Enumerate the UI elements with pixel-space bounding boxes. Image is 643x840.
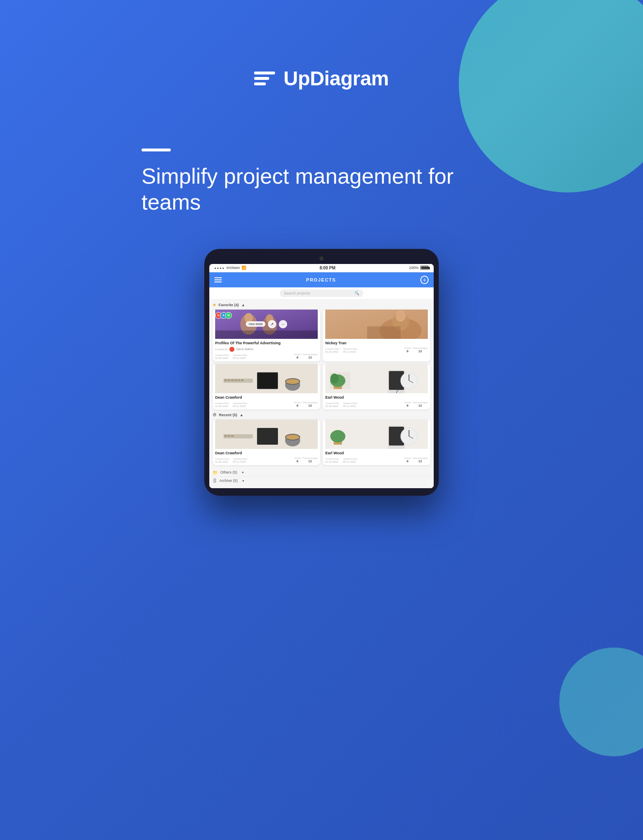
project-card-3[interactable]: Dean Crawford Created Date: 01-01-2019: [213, 364, 320, 410]
section-header-favorite[interactable]: ★ Favorite (4) ▲: [213, 303, 430, 307]
r1-arrival-stat: Arrival 8: [294, 457, 301, 463]
status-bar: ●●●● InVision 📶 8:00 PM 100%: [209, 264, 434, 272]
project-3-stats: Arrival 8 Total packages 12: [294, 401, 318, 407]
project-card-1[interactable]: G A M View detail ↗: [213, 310, 320, 361]
recent-1-stats: Arrival 8 Total packages 12: [294, 457, 318, 463]
total-stat: Total packages 12: [302, 353, 318, 359]
r2-created-date: Created Date: 01-01-2019: [325, 458, 340, 463]
project-card-2-image: [323, 310, 430, 339]
share-icon: ↗: [270, 322, 274, 326]
creator-avatar: [229, 347, 234, 352]
r1-updated-date: Updated Date: 05-11-2019: [233, 458, 247, 463]
folder-section: 📁 Others (5) ▼ 🗄 Archive (5) ▼: [213, 469, 430, 485]
logo-row: UpDiagram: [254, 67, 389, 90]
chevron-down-icon: ▲: [242, 303, 245, 307]
creator-name: Glenn Adkins: [236, 348, 253, 351]
hamburger-menu-icon[interactable]: [214, 277, 222, 282]
favorite-projects-grid: G A M View detail ↗: [213, 310, 430, 410]
p4-created-val: 01-01-2019: [325, 405, 338, 407]
svg-rect-15: [231, 379, 234, 381]
clock-icon: ⏱: [213, 413, 216, 417]
recent-1-footer: Created Date: 01-01-2019 Updated Date: 0…: [215, 457, 318, 463]
p2-created-label: Created Date:: [325, 348, 340, 350]
project-card-2-body: Nickey Tran Created Date: 01-01-2019: [323, 339, 430, 355]
svg-rect-39: [257, 428, 278, 445]
tablet-frame: ●●●● InVision 📶 8:00 PM 100%: [204, 249, 439, 496]
project-card-4-body: Earl Wood Created Date: 01-01-2019: [323, 393, 430, 410]
r1-created-val: 01-01-2019: [215, 461, 228, 463]
recent-1-name: Dean Crawford: [215, 451, 318, 455]
section-header-recent[interactable]: ⏱ Recent (5) ▲: [213, 413, 430, 417]
recent-2-stats: Arrival 8 Total packages 12: [404, 457, 428, 463]
r1-total-val: 12: [308, 459, 312, 463]
recent-card-2-body: Earl Wood Created Date: 01-01-2019: [323, 449, 430, 465]
svg-rect-38: [231, 435, 234, 437]
svg-point-23: [286, 379, 299, 384]
updated-date-group: Updated Date: 05-11-2019: [233, 354, 247, 359]
card-4-svg: [323, 364, 430, 393]
svg-rect-37: [228, 435, 230, 437]
project-1-dates: Created Date: 01-01-2019 Updated Date: 0…: [215, 354, 248, 359]
card-3-svg: [213, 364, 320, 393]
card-1-overlay: View detail ↗ ···: [213, 310, 320, 339]
p2-created-val: 01-01-2019: [325, 351, 338, 353]
recent-card-2-svg: [323, 420, 430, 449]
p2-arrival-stat: Arrival 8: [404, 347, 411, 353]
p2-updated-val: 05-11-2019: [343, 351, 356, 353]
tagline-section: Simplify project management for teams: [141, 115, 502, 215]
p4-total-stat: Total packages 12: [412, 401, 428, 407]
project-1-name: Profiles Of The Powerful Advertising: [215, 341, 318, 345]
r2-updated-date: Updated Date: 05-11-2019: [343, 458, 358, 463]
r2-created-val: 01-01-2019: [325, 461, 338, 463]
recent-card-2[interactable]: Earl Wood Created Date: 01-01-2019: [323, 420, 430, 465]
view-detail-button[interactable]: View detail: [246, 321, 266, 327]
status-time: 8:00 PM: [319, 266, 335, 270]
p4-total-val: 12: [418, 404, 422, 407]
card-2-svg: [323, 310, 430, 339]
r2-created-label: Created Date:: [325, 458, 340, 460]
recent-2-name: Earl Wood: [325, 451, 428, 455]
share-button[interactable]: ↗: [268, 320, 276, 328]
search-bar: Search projects 🔍: [209, 287, 434, 300]
created-date-label: Created Date:: [215, 354, 229, 356]
tablet-screen: ●●●● InVision 📶 8:00 PM 100%: [209, 264, 434, 488]
logo-bar-1: [254, 72, 275, 74]
p3-updated-date: Updated Date: 05-11-2019: [233, 402, 247, 407]
p4-updated-label: Updated Date:: [343, 402, 358, 405]
svg-rect-17: [238, 379, 240, 381]
p3-updated-val: 05-11-2019: [233, 405, 246, 407]
p4-created-date: Created Date: 01-01-2019: [325, 402, 340, 407]
project-4-stats: Arrival 8 Total packages 12: [404, 401, 428, 407]
svg-rect-14: [228, 379, 230, 381]
add-project-button[interactable]: +: [420, 276, 429, 284]
section-recent-label: Recent (5): [219, 413, 237, 417]
project-card-4[interactable]: Earl Wood Created Date: 01-01-2019: [323, 364, 430, 410]
total-val: 12: [308, 356, 312, 359]
archive-row[interactable]: 🗄 Archive (5) ▼: [213, 477, 430, 485]
others-row[interactable]: 📁 Others (5) ▼: [213, 469, 430, 477]
archive-chevron-icon: ▼: [242, 479, 245, 482]
svg-rect-16: [234, 379, 237, 381]
recent-card-1[interactable]: Dean Crawford Created Date: 01-01-2019: [213, 420, 320, 465]
battery-icon: [420, 266, 429, 270]
svg-rect-10: [367, 326, 401, 339]
recent-card-1-image: [213, 420, 320, 449]
recent-2-footer: Created Date: 01-01-2019 Updated Date: 0…: [325, 457, 428, 463]
carrier-name: InVision: [226, 266, 240, 270]
svg-rect-20: [258, 373, 277, 388]
plus-icon: +: [423, 277, 426, 283]
status-right: 100%: [409, 266, 429, 270]
svg-point-28: [330, 374, 339, 384]
search-input[interactable]: Search projects 🔍: [280, 289, 363, 297]
search-icon: 🔍: [355, 291, 359, 295]
p2-total-stat: Total packages 12: [412, 347, 428, 353]
more-button[interactable]: ···: [279, 320, 287, 328]
recent-card-2-image: [323, 420, 430, 449]
project-1-created: 01-01-2019: [215, 357, 228, 359]
svg-rect-18: [241, 379, 244, 381]
recent-1-dates: Created Date: 01-01-2019 Updated Date: 0…: [215, 458, 248, 463]
project-1-updated: 05-11-2019: [233, 357, 246, 359]
project-card-4-image: [323, 364, 430, 393]
menu-bar-1: [214, 277, 222, 278]
project-card-2[interactable]: Nickey Tran Created Date: 01-01-2019: [323, 310, 430, 361]
